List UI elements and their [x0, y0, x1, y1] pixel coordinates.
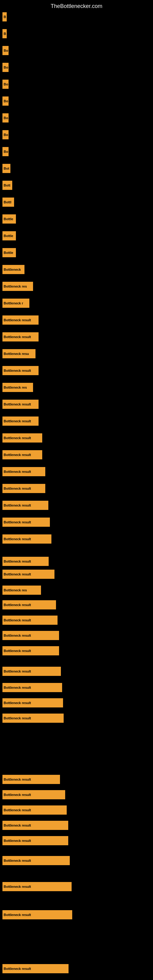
bar-label: Bottleneck res [2, 585, 41, 595]
bar-label: B [2, 12, 7, 21]
list-item: Bottleneck result [2, 683, 62, 692]
bar-label: Bot [2, 164, 10, 173]
bar-label: Bottleneck r [2, 299, 29, 308]
list-item: B [2, 12, 7, 21]
list-item: Bottleneck result [2, 484, 45, 493]
list-item: Bottleneck result [2, 836, 68, 845]
list-item: Bottle [2, 231, 16, 240]
bar-label: Bottleneck result [2, 683, 62, 692]
bar-label: Bo [2, 97, 9, 106]
list-item: Bottleneck result [2, 400, 38, 409]
bar-label: Bottleneck result [2, 964, 69, 973]
bar-label: Bottleneck result [2, 332, 38, 342]
list-item: Bo [2, 97, 9, 106]
list-item: Bottl [2, 197, 14, 207]
bar-label: Bottleneck result [2, 501, 48, 510]
bar-label: Bottleneck [2, 265, 24, 274]
list-item: Bottleneck result [2, 600, 56, 609]
bar-label: Bottleneck result [2, 616, 57, 625]
list-item: Bottleneck result [2, 501, 48, 510]
list-item: Bottleneck result [2, 882, 72, 891]
list-item: Bo [2, 80, 9, 89]
list-item: Bo [2, 147, 9, 156]
list-item: Bottleneck result [2, 433, 42, 442]
bar-label: Bottleneck result [2, 714, 64, 723]
bar-label: Bottleneck res [2, 282, 33, 291]
bar-label: Bottleneck res [2, 383, 33, 392]
list-item: Bottleneck res [2, 585, 41, 595]
bar-label: Bottleneck result [2, 856, 70, 865]
bar-label: Bo [2, 80, 9, 89]
list-item: Bottleneck result [2, 570, 54, 579]
list-item: Bottleneck result [2, 557, 49, 566]
bar-label: Bottleneck result [2, 433, 42, 442]
list-item: Bottleneck r [2, 299, 29, 308]
site-title: TheBottlenecker.com [0, 0, 153, 14]
bar-label: Bottleneck result [2, 821, 68, 830]
list-item: Bottleneck result [2, 821, 68, 830]
list-item: Bottleneck result [2, 417, 38, 426]
bar-label: Bottleneck result [2, 790, 65, 799]
bar-label: Bo [2, 113, 9, 123]
list-item: Bottleneck result [2, 667, 61, 676]
bar-label: Bott [2, 181, 12, 190]
bar-label: Bottleneck result [2, 535, 51, 544]
bar-label: Bottleneck result [2, 467, 45, 476]
bar-label: Bottleneck result [2, 805, 67, 815]
bar-label: Bottl [2, 197, 14, 207]
list-item: Bottleneck result [2, 366, 38, 375]
list-item: Bo [2, 130, 9, 139]
list-item: Bottleneck result [2, 517, 50, 527]
list-item: Bottleneck result [2, 535, 51, 544]
bar-label: Bottleneck result [2, 775, 60, 784]
list-item: Bottleneck [2, 265, 24, 274]
bar-label: Bottleneck result [2, 836, 68, 845]
list-item: Bottleneck result [2, 910, 72, 920]
bar-label: Bottleneck result [2, 631, 59, 640]
bar-label: Bottleneck result [2, 910, 72, 920]
list-item: Bottleneck result [2, 450, 42, 460]
bar-label: Bo [2, 63, 9, 72]
list-item: Bot [2, 164, 10, 173]
bar-label: B [2, 29, 7, 38]
list-item: Bottleneck result [2, 775, 60, 784]
list-item: Bottleneck res [2, 383, 33, 392]
list-item: Bo [2, 46, 9, 55]
bar-label: Bottleneck result [2, 417, 38, 426]
bar-label: Bo [2, 130, 9, 139]
list-item: Bottleneck res [2, 282, 33, 291]
bar-label: Bottleneck result [2, 600, 56, 609]
bar-label: Bottleneck result [2, 517, 50, 527]
bar-label: Bottleneck resu [2, 349, 35, 358]
bar-label: Bottleneck result [2, 882, 72, 891]
list-item: Bottle [2, 248, 16, 257]
bar-label: Bottleneck result [2, 484, 45, 493]
list-item: Bo [2, 63, 9, 72]
bar-label: Bottleneck result [2, 366, 38, 375]
list-item: Bottleneck result [2, 714, 64, 723]
bar-label: Bo [2, 147, 9, 156]
list-item: Bottleneck result [2, 964, 69, 973]
list-item: Bottleneck result [2, 332, 38, 342]
bar-label: Bottleneck result [2, 667, 61, 676]
list-item: Bottle [2, 215, 16, 224]
bar-label: Bottleneck result [2, 646, 59, 655]
list-item: Bottleneck result [2, 315, 38, 325]
bar-label: Bottle [2, 231, 16, 240]
bar-label: Bottle [2, 248, 16, 257]
list-item: Bottleneck result [2, 616, 57, 625]
bar-label: Bottleneck result [2, 315, 38, 325]
bar-label: Bottle [2, 215, 16, 224]
bar-label: Bottleneck result [2, 450, 42, 460]
list-item: Bottleneck result [2, 646, 59, 655]
bar-label: Bottleneck result [2, 698, 63, 708]
bar-label: Bottleneck result [2, 400, 38, 409]
list-item: Bottleneck result [2, 790, 65, 799]
list-item: B [2, 29, 7, 38]
page-wrapper: TheBottlenecker.com BBBoBoBoBoBoBoBoBotB… [0, 0, 153, 980]
list-item: Bottleneck result [2, 631, 59, 640]
bar-label: Bo [2, 46, 9, 55]
list-item: Bo [2, 113, 9, 123]
list-item: Bottleneck result [2, 698, 63, 708]
list-item: Bottleneck result [2, 467, 45, 476]
